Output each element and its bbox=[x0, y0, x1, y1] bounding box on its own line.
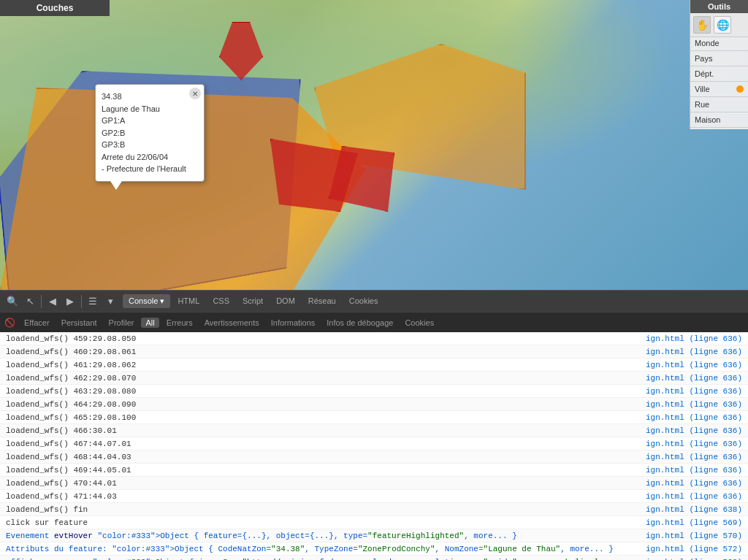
popup-line4: GP2:B bbox=[102, 127, 186, 139]
outils-icon-bar: ✋ 🌐 bbox=[690, 13, 748, 37]
outils-header: Outils bbox=[690, 0, 748, 13]
filter-btn-all[interactable]: All bbox=[141, 318, 159, 328]
console-line: Attributs du feature: "color:#333">Objec… bbox=[0, 542, 748, 556]
devtools-inspect-icon[interactable]: 🔍 bbox=[4, 294, 20, 310]
devtools-tab-script[interactable]: Script bbox=[237, 294, 269, 308]
couches-header[interactable]: Couches bbox=[0, 0, 110, 16]
popup-line6: Arrete du 22/06/04 bbox=[102, 151, 186, 164]
console-line: loadend_wfs() 463:29.08.080ign.html (lig… bbox=[0, 385, 748, 398]
console-line: loadend_wfs() 468:44.04.03ign.html (lign… bbox=[0, 450, 748, 464]
console-line: loadend_wfs() 464:29.08.090ign.html (lig… bbox=[0, 398, 748, 411]
popup-line1: 34.38 bbox=[102, 91, 186, 103]
devtools-tab-html[interactable]: HTML bbox=[172, 294, 205, 308]
devtools-menu-icon[interactable]: ☰ bbox=[85, 294, 101, 310]
outils-hand-icon[interactable]: ✋ bbox=[693, 16, 711, 34]
devtools-tab-console[interactable]: Console ▾ bbox=[123, 294, 170, 308]
outils-item-monde[interactable]: Monde bbox=[690, 37, 748, 49]
console-line: loadend_wfs() 471:44.03ign.html (ligne 6… bbox=[0, 490, 748, 503]
filter-btn-informations[interactable]: Informations bbox=[267, 318, 320, 328]
console-line: loadend_wfs() 469:44.05.01ign.html (lign… bbox=[0, 464, 748, 477]
console-line: loadend_wfs() 459:29.08.050ign.html (lig… bbox=[0, 332, 748, 345]
devtools-forward-icon[interactable]: ▶ bbox=[62, 294, 78, 310]
console-line: loadend_wfs() 465:29.08.100ign.html (lig… bbox=[0, 411, 748, 424]
outils-item-pays[interactable]: Pays bbox=[690, 53, 748, 64]
console-line: affichage popup : "color:#333">Object { … bbox=[0, 556, 748, 560]
console-line: loadend_wfs() 462:29.08.070ign.html (lig… bbox=[0, 372, 748, 385]
console-output[interactable]: loadend_wfs() 459:29.08.050ign.html (lig… bbox=[0, 332, 748, 560]
filter-btn-persistant[interactable]: Persistant bbox=[57, 318, 102, 328]
outils-item-dépt.[interactable]: Dépt. bbox=[690, 68, 748, 80]
popup-close-button[interactable]: ✕ bbox=[189, 88, 201, 99]
outils-panel: Outils ✋ 🌐 MondePaysDépt.VilleRueMaison bbox=[690, 0, 748, 129]
console-line: loadend_wfs() 460:29.08.061ign.html (lig… bbox=[0, 345, 748, 358]
devtools-tab-css[interactable]: CSS bbox=[207, 294, 235, 308]
outils-active-dot bbox=[736, 85, 744, 93]
console-line: loadend_wfs() 470:44.01ign.html (ligne 6… bbox=[0, 477, 748, 490]
devtools-filter-bar: 🚫 EffacerPersistantProfilerAllErreursAve… bbox=[0, 312, 748, 332]
filter-btn-infosdedbogage[interactable]: Infos de débogage bbox=[322, 318, 397, 328]
devtools-tab-rseau[interactable]: Réseau bbox=[302, 294, 342, 308]
console-line: loadend_wfs() 466:30.01ign.html (ligne 6… bbox=[0, 424, 748, 437]
couches-panel: Couches bbox=[0, 0, 110, 16]
popup-line7: - Prefecture de l'Herault bbox=[102, 163, 186, 175]
filter-error-icon: 🚫 bbox=[4, 318, 15, 328]
popup-line2: Lagune de Thau bbox=[102, 103, 186, 115]
console-line: loadend_wfs() 461:29.08.062ign.html (lig… bbox=[0, 358, 748, 372]
devtools-tab-dom[interactable]: DOM bbox=[270, 294, 301, 308]
console-line: loadend_wfs() finign.html (ligne 638) bbox=[0, 503, 748, 516]
filter-btn-avertissements[interactable]: Avertissements bbox=[200, 318, 264, 328]
outils-item-maison[interactable]: Maison bbox=[690, 114, 748, 126]
devtools-bar: 🔍 ↖ ◀ ▶ ☰ ▾ Console ▾HTMLCSSScriptDOMRés… bbox=[0, 290, 748, 312]
outils-globe-icon[interactable]: 🌐 bbox=[714, 16, 731, 34]
outils-item-rue[interactable]: Rue bbox=[690, 99, 748, 110]
popup-line3: GP1:A bbox=[102, 115, 186, 127]
map-container[interactable]: ✕ 34.38 Lagune de Thau GP1:A GP2:B GP3:B… bbox=[0, 0, 748, 290]
outils-items: MondePaysDépt.VilleRueMaison bbox=[690, 37, 748, 128]
devtools-tab-cookies[interactable]: Cookies bbox=[343, 294, 384, 308]
filter-btn-effacer[interactable]: Effacer bbox=[20, 318, 54, 328]
console-line: Evenement evtHover "color:#333">Object {… bbox=[0, 529, 748, 542]
outils-item-ville[interactable]: Ville bbox=[690, 83, 748, 95]
devtools-separator-2 bbox=[81, 295, 82, 308]
devtools-menu-down-icon[interactable]: ▾ bbox=[102, 294, 118, 310]
filter-btn-cookies[interactable]: Cookies bbox=[400, 318, 438, 328]
map-popup: ✕ 34.38 Lagune de Thau GP1:A GP2:B GP3:B… bbox=[95, 84, 205, 182]
console-line: click sur featureign.html (ligne 569) bbox=[0, 516, 748, 529]
devtools-back-icon[interactable]: ◀ bbox=[45, 294, 61, 310]
popup-line5: GP3:B bbox=[102, 139, 186, 151]
devtools-pointer-icon[interactable]: ↖ bbox=[22, 294, 38, 310]
filter-btn-erreurs[interactable]: Erreurs bbox=[162, 318, 197, 328]
devtools-tabs: Console ▾HTMLCSSScriptDOMRéseauCookies bbox=[123, 294, 383, 308]
console-line: loadend_wfs() 467:44.07.01ign.html (lign… bbox=[0, 437, 748, 450]
devtools-separator bbox=[41, 295, 42, 308]
filter-btn-profiler[interactable]: Profiler bbox=[104, 318, 139, 328]
